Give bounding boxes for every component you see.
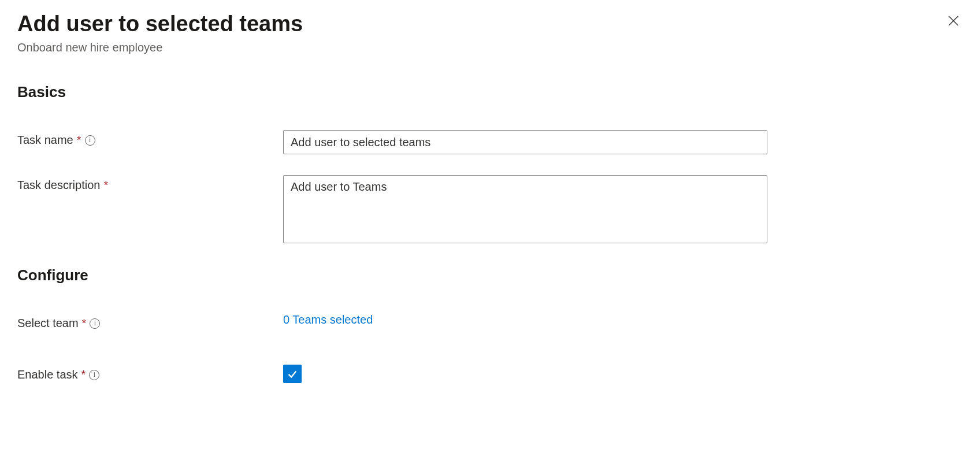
info-icon[interactable]: i (90, 318, 100, 329)
task-name-label: Task name (17, 133, 73, 147)
panel-subtitle: Onboard new hire employee (17, 41, 944, 54)
enable-task-row: Enable task * i (17, 365, 963, 383)
task-name-label-col: Task name * i (17, 130, 283, 147)
enable-task-checkbox[interactable] (283, 365, 302, 383)
panel-title: Add user to selected teams (17, 12, 944, 36)
task-description-control-col (283, 175, 767, 246)
required-indicator: * (77, 133, 81, 147)
select-team-control-col: 0 Teams selected (283, 313, 767, 326)
required-indicator: * (81, 368, 86, 381)
task-description-label-col: Task description * (17, 175, 283, 192)
select-team-label-col: Select team * i (17, 313, 283, 330)
select-team-row: Select team * i 0 Teams selected (17, 313, 963, 330)
required-indicator: * (82, 317, 87, 330)
configure-heading: Configure (17, 266, 963, 284)
checkmark-icon (286, 368, 299, 380)
info-icon[interactable]: i (85, 135, 95, 146)
panel-header: Add user to selected teams Onboard new h… (17, 12, 963, 54)
header-text-block: Add user to selected teams Onboard new h… (17, 12, 944, 54)
task-description-input[interactable] (283, 175, 767, 243)
info-icon[interactable]: i (89, 370, 99, 380)
required-indicator: * (103, 179, 108, 192)
enable-task-label-col: Enable task * i (17, 365, 283, 381)
task-description-row: Task description * (17, 175, 963, 246)
teams-selected-link[interactable]: 0 Teams selected (283, 313, 373, 326)
close-icon (946, 14, 960, 28)
task-name-row: Task name * i (17, 130, 963, 154)
select-team-label: Select team (17, 317, 79, 330)
task-description-label: Task description (17, 179, 100, 192)
task-name-control-col (283, 130, 767, 154)
close-button[interactable] (944, 12, 963, 30)
task-name-input[interactable] (283, 130, 767, 154)
enable-task-label: Enable task (17, 368, 78, 381)
enable-task-control-col (283, 365, 767, 383)
basics-heading: Basics (17, 83, 963, 101)
